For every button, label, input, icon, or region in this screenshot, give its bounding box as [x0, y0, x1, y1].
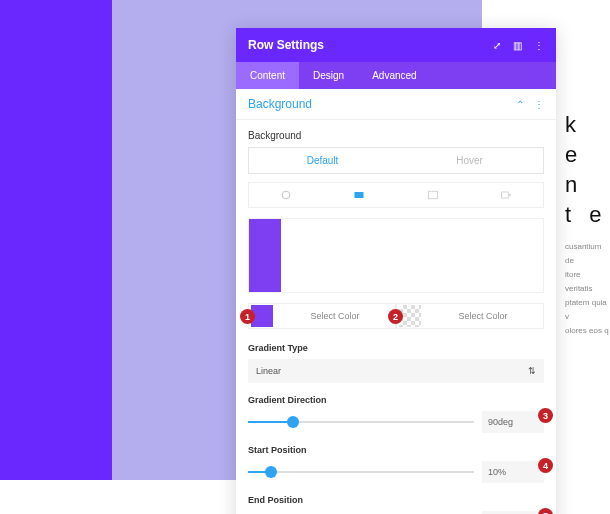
- tab-advanced[interactable]: Advanced: [358, 62, 430, 89]
- section-title: Background: [248, 97, 312, 111]
- annotation-badge-5: 5: [538, 508, 553, 514]
- gradient-preview: [248, 218, 544, 293]
- select-color-1-label: Select Color: [275, 311, 395, 321]
- annotation-badge-3: 3: [538, 408, 553, 423]
- select-arrows-icon: ⇅: [528, 366, 536, 376]
- select-color-2-label: Select Color: [423, 311, 543, 321]
- bg-mode-color[interactable]: [249, 183, 323, 207]
- main-tabs: Content Design Advanced: [236, 62, 556, 89]
- columns-icon[interactable]: ▥: [513, 40, 522, 51]
- field-gradient-type: Gradient Type Linear ⇅: [248, 343, 544, 383]
- bg-mode-image[interactable]: [396, 183, 470, 207]
- bg-mode-tabs: [248, 182, 544, 208]
- svg-rect-3: [502, 192, 509, 198]
- state-tab-hover[interactable]: Hover: [396, 148, 543, 173]
- gradient-direction-slider[interactable]: [248, 421, 474, 423]
- annotation-badge-4: 4: [538, 458, 553, 473]
- color-stop-2[interactable]: 2 Select Color: [396, 303, 544, 329]
- svg-rect-2: [428, 191, 437, 199]
- page-hero-text: k e n t e: [565, 110, 610, 230]
- end-position-label: End Position: [248, 495, 544, 505]
- gradient-type-select[interactable]: Linear ⇅: [248, 359, 544, 383]
- collapse-icon[interactable]: ⌃: [516, 99, 524, 110]
- section-header[interactable]: Background ⌃ ⋮: [236, 89, 556, 120]
- tab-content[interactable]: Content: [236, 62, 299, 89]
- panel-title: Row Settings: [248, 38, 324, 52]
- gradient-type-label: Gradient Type: [248, 343, 544, 353]
- bg-mode-video[interactable]: [470, 183, 544, 207]
- annotation-badge-2: 2: [388, 309, 403, 324]
- menu-icon[interactable]: ⋮: [534, 40, 544, 51]
- field-gradient-direction: Gradient Direction 90deg 3: [248, 395, 544, 433]
- settings-panel: Row Settings ⤢ ▥ ⋮ Content Design Advanc…: [236, 28, 556, 514]
- bg-mode-gradient[interactable]: [323, 183, 397, 207]
- preview-fill: [249, 219, 281, 292]
- svg-rect-1: [355, 192, 364, 198]
- gradient-direction-value[interactable]: 90deg: [482, 411, 544, 433]
- gradient-direction-label: Gradient Direction: [248, 395, 544, 405]
- panel-body: Background Default Hover 1 Select Color …: [236, 120, 556, 514]
- start-position-label: Start Position: [248, 445, 544, 455]
- page-lorem: cusantium de itore veritatis ptatem quia…: [565, 240, 610, 338]
- svg-point-0: [282, 191, 290, 199]
- start-position-value[interactable]: 10%: [482, 461, 544, 483]
- section-menu-icon[interactable]: ⋮: [534, 99, 544, 110]
- field-end-position: End Position 10% 5: [248, 495, 544, 514]
- page-bg-left: [0, 0, 112, 480]
- state-tabs: Default Hover: [248, 147, 544, 174]
- tab-design[interactable]: Design: [299, 62, 358, 89]
- state-tab-default[interactable]: Default: [249, 148, 396, 173]
- expand-icon[interactable]: ⤢: [493, 40, 501, 51]
- titlebar: Row Settings ⤢ ▥ ⋮: [236, 28, 556, 62]
- field-start-position: Start Position 10% 4: [248, 445, 544, 483]
- start-position-slider[interactable]: [248, 471, 474, 473]
- annotation-badge-1: 1: [240, 309, 255, 324]
- field-label-background: Background: [248, 130, 544, 141]
- color-stop-1[interactable]: 1 Select Color: [248, 303, 396, 329]
